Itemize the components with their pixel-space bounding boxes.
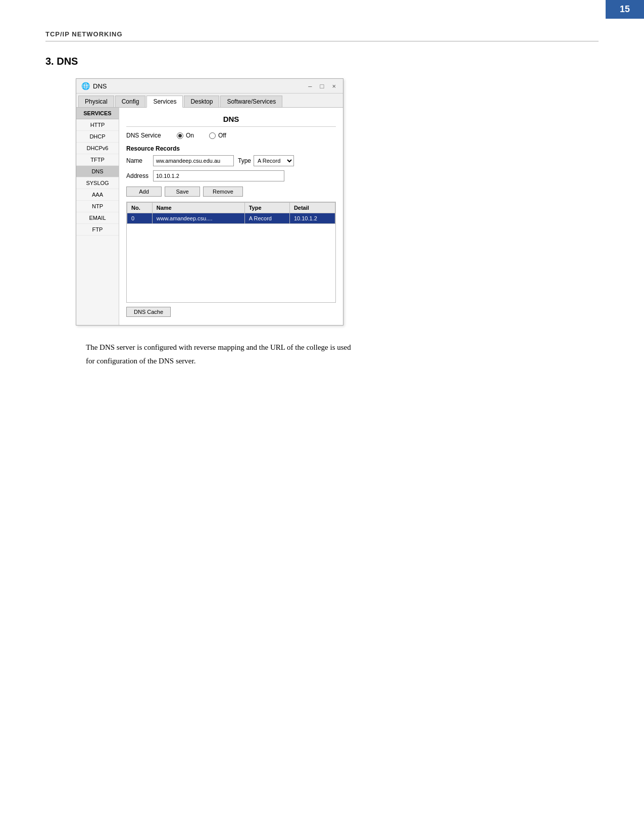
dns-records-table-area: No. Name Type Detail 0 www.amandeep.csu.…	[126, 202, 336, 303]
remove-button[interactable]: Remove	[203, 187, 243, 197]
col-name: Name	[152, 203, 244, 213]
save-button[interactable]: Save	[165, 187, 200, 197]
resource-records-label: Resource Records	[126, 145, 336, 152]
close-button[interactable]: ×	[330, 82, 338, 90]
dns-cache-button[interactable]: DNS Cache	[126, 307, 171, 317]
dns-window: 🌐 DNS – □ × Physical Config Services Des…	[76, 78, 343, 326]
radio-on-circle	[177, 132, 183, 139]
name-input[interactable]	[153, 155, 234, 166]
col-detail: Detail	[289, 203, 335, 213]
tab-config[interactable]: Config	[115, 96, 146, 107]
address-row: Address	[126, 170, 336, 181]
address-input[interactable]	[153, 170, 284, 181]
service-label: DNS Service	[126, 132, 167, 139]
sidebar-header: SERVICES	[76, 108, 119, 119]
cell-no: 0	[127, 213, 153, 224]
body-paragraph-1: The DNS server is configured with revers…	[45, 341, 599, 354]
name-type-row: Name Type A Record	[126, 155, 336, 166]
cell-detail: 10.10.1.2	[289, 213, 335, 224]
type-group: Type A Record	[238, 155, 294, 166]
tab-desktop[interactable]: Desktop	[184, 96, 219, 107]
sidebar-item-ftp[interactable]: FTP	[76, 224, 119, 236]
name-label: Name	[126, 157, 149, 164]
minimize-button[interactable]: –	[306, 82, 314, 90]
body-paragraph-2: for configuration of the DNS server.	[45, 354, 599, 368]
tab-physical[interactable]: Physical	[78, 96, 114, 107]
sidebar-item-dhcpv6[interactable]: DHCPv6	[76, 143, 119, 154]
action-buttons: Add Save Remove	[126, 187, 336, 197]
sidebar-item-http[interactable]: HTTP	[76, 119, 119, 131]
section-title: 3. DNS	[45, 56, 599, 67]
radio-group: On Off	[177, 132, 226, 139]
table-row[interactable]: 0 www.amandeep.csu.... A Record 10.10.1.…	[127, 213, 335, 224]
sidebar-item-aaa[interactable]: AAA	[76, 189, 119, 201]
dns-records-table: No. Name Type Detail 0 www.amandeep.csu.…	[127, 202, 335, 224]
tab-software-services[interactable]: Software/Services	[220, 96, 282, 107]
sidebar-item-email[interactable]: EMAIL	[76, 212, 119, 224]
cell-type: A Record	[244, 213, 289, 224]
window-titlebar: 🌐 DNS – □ ×	[76, 79, 343, 94]
window-tabs: Physical Config Services Desktop Softwar…	[76, 94, 343, 108]
radio-off[interactable]: Off	[209, 132, 226, 139]
dns-icon: 🌐	[81, 82, 90, 90]
col-no: No.	[127, 203, 153, 213]
type-label: Type	[238, 157, 251, 164]
window-title: 🌐 DNS	[81, 82, 107, 90]
radio-on[interactable]: On	[177, 132, 194, 139]
sidebar-item-dns[interactable]: DNS	[76, 166, 119, 177]
col-type: Type	[244, 203, 289, 213]
page-number: 15	[606, 0, 644, 19]
page-header: TCP/IP NETWORKING	[45, 30, 599, 41]
service-row: DNS Service On Off	[126, 132, 336, 139]
main-panel: DNS DNS Service On Off	[119, 108, 343, 325]
address-label: Address	[126, 172, 149, 179]
sidebar-item-dhcp[interactable]: DHCP	[76, 131, 119, 143]
window-controls: – □ ×	[306, 82, 338, 90]
table-header-row: No. Name Type Detail	[127, 203, 335, 213]
sidebar: SERVICES HTTP DHCP DHCPv6 TFTP DNS SYSLO…	[76, 108, 119, 325]
sidebar-item-syslog[interactable]: SYSLOG	[76, 177, 119, 189]
window-title-text: DNS	[93, 82, 107, 90]
radio-on-label: On	[186, 132, 194, 139]
maximize-button[interactable]: □	[318, 82, 326, 90]
cell-name: www.amandeep.csu....	[152, 213, 244, 224]
tab-services[interactable]: Services	[146, 96, 183, 108]
sidebar-item-ntp[interactable]: NTP	[76, 201, 119, 212]
radio-off-circle	[209, 132, 216, 139]
type-select[interactable]: A Record	[254, 155, 294, 166]
add-button[interactable]: Add	[126, 187, 162, 197]
window-body: SERVICES HTTP DHCP DHCPv6 TFTP DNS SYSLO…	[76, 108, 343, 325]
panel-title: DNS	[126, 115, 336, 127]
sidebar-item-tftp[interactable]: TFTP	[76, 154, 119, 166]
radio-off-label: Off	[218, 132, 226, 139]
